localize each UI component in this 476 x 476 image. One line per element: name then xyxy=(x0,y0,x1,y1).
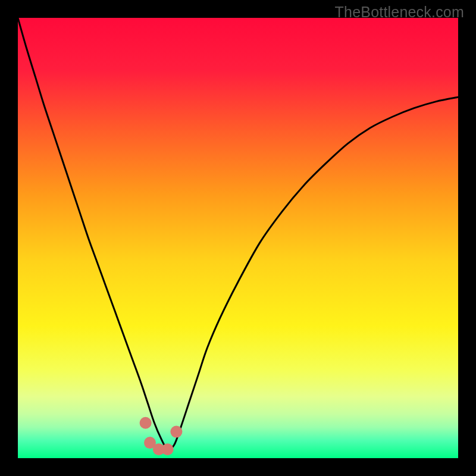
marker-dot xyxy=(140,417,152,429)
plot-area xyxy=(18,18,458,458)
marker-dot xyxy=(162,443,174,455)
marker-dot xyxy=(170,426,182,438)
chart-svg xyxy=(18,18,458,458)
chart-root: TheBottleneck.com xyxy=(0,0,476,476)
gradient-background xyxy=(18,18,458,458)
watermark-text: TheBottleneck.com xyxy=(335,4,464,21)
